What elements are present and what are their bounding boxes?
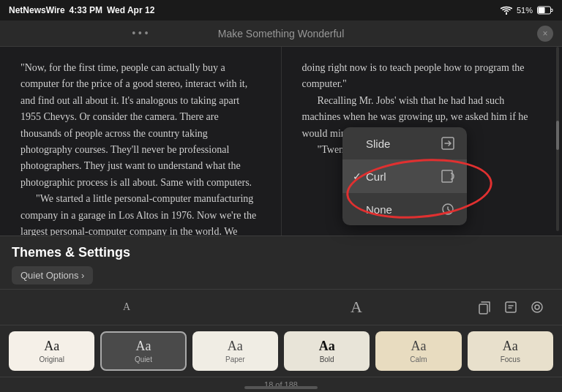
- curl-label: Curl: [366, 170, 439, 183]
- home-indicator: [244, 386, 318, 389]
- curl-check: ✓: [353, 170, 361, 182]
- svg-rect-3: [442, 170, 452, 182]
- quiet-options-label: Quiet Options ›: [20, 270, 84, 281]
- theme-focus-button[interactable]: Aa Focus: [468, 331, 553, 371]
- theme-focus-label: Focus: [501, 355, 520, 363]
- scrollbar-thumb[interactable]: [556, 121, 559, 150]
- theme-calm-label: Calm: [410, 355, 427, 363]
- time: 4:33 PM: [70, 5, 102, 15]
- theme-quiet-label: Quiet: [135, 355, 152, 363]
- status-left: NetNewsWire 4:33 PM Wed Apr 12: [9, 5, 154, 15]
- wifi-icon: [501, 6, 512, 15]
- slide-label: Slide: [366, 137, 439, 150]
- svg-rect-5: [479, 304, 487, 314]
- theme-quiet-button[interactable]: Aa Quiet: [100, 331, 186, 371]
- status-bar: NetNewsWire 4:33 PM Wed Apr 12 51%: [0, 0, 562, 20]
- svg-rect-1: [539, 7, 545, 13]
- battery-percent: 51%: [517, 6, 533, 15]
- note-icon[interactable]: [498, 294, 524, 320]
- themes-title: Themes & Settings: [12, 245, 550, 260]
- none-icon: [439, 200, 457, 218]
- close-button[interactable]: ×: [537, 26, 553, 42]
- slide-icon: [439, 135, 457, 152]
- font-size-large[interactable]: A: [241, 298, 471, 317]
- svg-rect-6: [506, 302, 516, 312]
- dropdown-item-none[interactable]: ✓ None: [342, 193, 467, 225]
- font-size-small[interactable]: A: [12, 301, 241, 313]
- svg-point-8: [535, 305, 539, 309]
- theme-calm-aa: Aa: [411, 339, 426, 354]
- window-title-bar: ••• Make Something Wonderful ×: [0, 20, 562, 47]
- battery-icon: [537, 6, 553, 15]
- dropdown-item-curl[interactable]: ✓ Curl: [342, 160, 467, 193]
- theme-bold-aa: Aa: [319, 339, 335, 354]
- svg-point-7: [532, 302, 542, 312]
- page-counter: 18 of 188: [0, 377, 562, 392]
- theme-paper-aa: Aa: [228, 339, 243, 354]
- themes-section: Themes & Settings Quiet Options ›: [0, 236, 562, 290]
- theme-quiet-aa: Aa: [135, 339, 151, 354]
- scrollbar-track[interactable]: [556, 47, 559, 231]
- none-label: None: [366, 203, 439, 216]
- theme-paper-button[interactable]: Aa Paper: [192, 331, 278, 371]
- left-text-para1: "Now, for the first time, people can act…: [20, 60, 261, 191]
- status-right: 51%: [501, 6, 553, 15]
- window-title-dots: •••: [132, 27, 151, 40]
- bottom-overlay: Themes & Settings Quiet Options › A A: [0, 235, 562, 392]
- theme-original-label: Original: [39, 355, 64, 363]
- dropdown-menu: ✓ Slide ✓ Curl ✓ None: [342, 127, 467, 225]
- quiet-options-button[interactable]: Quiet Options ›: [12, 266, 93, 284]
- window-title: Make Something Wonderful: [218, 28, 345, 39]
- right-text-para1: doing right now is to teach people how t…: [302, 60, 542, 93]
- settings-icon[interactable]: [524, 294, 550, 320]
- date: Wed Apr 12: [107, 5, 154, 15]
- theme-original-aa: Aa: [44, 339, 59, 354]
- font-size-row: A A: [0, 290, 562, 325]
- theme-bold-label: Bold: [320, 355, 334, 363]
- theme-bold-button[interactable]: Aa Bold: [284, 331, 370, 371]
- theme-calm-button[interactable]: Aa Calm: [375, 331, 461, 371]
- curl-icon: [439, 167, 457, 185]
- copy-icon[interactable]: [471, 294, 498, 320]
- app-name: NetNewsWire: [9, 5, 65, 15]
- theme-row: Aa Original Aa Quiet Aa Paper Aa Bold Aa…: [0, 325, 562, 377]
- theme-paper-label: Paper: [225, 355, 245, 363]
- dropdown-item-slide[interactable]: ✓ Slide: [342, 127, 467, 160]
- theme-focus-aa: Aa: [503, 339, 518, 354]
- theme-original-button[interactable]: Aa Original: [9, 331, 94, 371]
